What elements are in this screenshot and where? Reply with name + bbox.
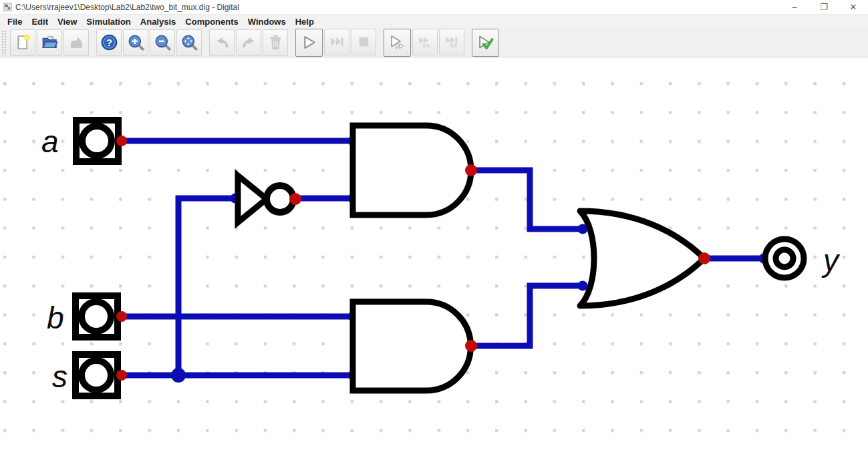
run-to-break-icon — [388, 33, 406, 51]
zoom-out-button[interactable] — [150, 29, 175, 56]
dot-input-s — [116, 370, 127, 381]
toolbar: ? — [0, 28, 868, 57]
label-output-y: y — [821, 243, 841, 278]
menu-simulation[interactable]: Simulation — [82, 15, 135, 28]
and-gate-1[interactable] — [353, 126, 471, 215]
run-to-break-fast-button[interactable] — [439, 29, 464, 55]
menu-help[interactable]: Help — [291, 15, 319, 28]
input-b-symbol[interactable] — [76, 296, 118, 337]
zoom-out-icon — [154, 33, 172, 51]
step-fast-icon — [416, 33, 434, 51]
dot-input-a — [116, 136, 127, 146]
label-input-a: a — [41, 124, 59, 159]
menu-edit[interactable]: Edit — [27, 15, 53, 28]
and-gate-2[interactable] — [353, 302, 470, 391]
zoom-in-button[interactable] — [123, 29, 148, 56]
zoom-fit-button[interactable] — [176, 29, 202, 56]
save-button[interactable] — [63, 29, 89, 56]
new-file-button[interactable] — [10, 29, 35, 56]
help-icon: ? — [100, 33, 118, 51]
step-icon — [328, 33, 346, 51]
open-file-button[interactable] — [37, 29, 62, 56]
port-or-in2[interactable] — [578, 281, 588, 291]
new-file-icon — [14, 33, 32, 51]
dot-and1-out — [465, 164, 477, 176]
title-bar: C:\Users\rrajeev1\Desktop\Lab2\Lab2\two_… — [0, 0, 868, 15]
delete-button[interactable] — [263, 29, 288, 56]
stop-icon — [355, 33, 373, 51]
undo-button[interactable] — [209, 29, 235, 56]
menu-view[interactable]: View — [53, 15, 82, 28]
run-icon — [300, 33, 318, 51]
redo-icon — [240, 33, 258, 51]
run-tests-icon — [476, 33, 494, 51]
run-to-break-fast-icon — [443, 33, 461, 51]
menu-windows[interactable]: Windows — [243, 15, 291, 28]
menu-components[interactable]: Components — [180, 15, 243, 28]
run-button[interactable] — [295, 29, 323, 57]
redo-button[interactable] — [236, 29, 261, 56]
window-title: C:\Users\rrajeev1\Desktop\Lab2\Lab2\two_… — [15, 3, 239, 12]
label-input-s: s — [52, 359, 67, 394]
zoom-in-icon — [127, 33, 145, 51]
open-folder-icon — [41, 33, 59, 51]
run-to-break-button[interactable] — [384, 29, 411, 57]
run-tests-button[interactable] — [472, 29, 499, 57]
minimize-button[interactable]: – — [780, 0, 809, 15]
help-button[interactable]: ? — [96, 29, 122, 56]
output-y-symbol[interactable] — [765, 239, 804, 278]
menu-file[interactable]: File — [3, 15, 27, 28]
toolbar-drag-handle[interactable] — [1, 30, 7, 55]
svg-text:?: ? — [106, 37, 112, 48]
close-button[interactable]: ✕ — [839, 0, 868, 15]
delete-icon — [267, 33, 285, 51]
circuit-svg[interactable]: a b s y — [0, 57, 868, 452]
dot-and2-out — [465, 340, 477, 352]
restore-button[interactable]: ❐ — [809, 0, 839, 15]
label-input-b: b — [47, 300, 64, 335]
dot-or-out — [698, 252, 710, 264]
stop-button[interactable] — [351, 29, 376, 55]
input-a-symbol[interactable] — [76, 120, 118, 162]
menu-analysis[interactable]: Analysis — [136, 15, 180, 28]
step-fast-button[interactable] — [412, 29, 438, 55]
junction-dot[interactable] — [171, 368, 186, 383]
app-icon — [3, 3, 12, 11]
input-s-symbol[interactable] — [76, 355, 118, 396]
circuit-canvas[interactable]: a b s y — [0, 57, 868, 452]
step-button[interactable] — [324, 29, 349, 55]
dot-not-out — [289, 193, 301, 205]
undo-icon — [213, 33, 231, 51]
save-icon — [67, 33, 86, 51]
zoom-fit-icon — [180, 33, 198, 51]
menu-bar: File Edit View Simulation Analysis Compo… — [0, 15, 868, 28]
dot-input-b — [116, 311, 127, 322]
